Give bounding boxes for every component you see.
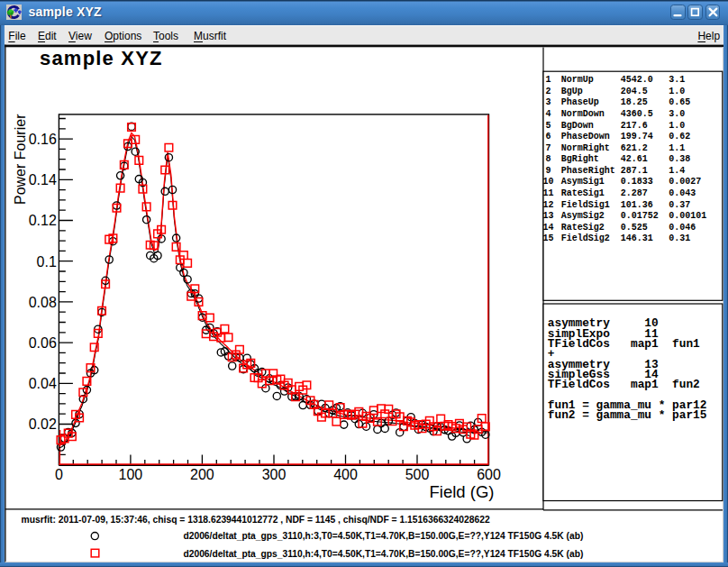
svg-text:PhaseDown: PhaseDown xyxy=(561,132,610,142)
svg-text:0.0027: 0.0027 xyxy=(669,177,701,187)
svg-text:0.02: 0.02 xyxy=(29,416,57,432)
svg-text:0.01752: 0.01752 xyxy=(621,211,659,221)
svg-text:0.12: 0.12 xyxy=(29,213,57,228)
svg-text:600: 600 xyxy=(477,467,501,482)
svg-text:RateSig2: RateSig2 xyxy=(561,223,605,233)
svg-text:2: 2 xyxy=(545,87,551,96)
svg-text:0: 0 xyxy=(55,467,63,482)
svg-text:NormDown: NormDown xyxy=(561,109,605,119)
svg-text:0.38: 0.38 xyxy=(669,154,690,164)
svg-text:15: 15 xyxy=(542,233,553,243)
svg-text:BgUp: BgUp xyxy=(561,87,583,96)
svg-text:204.5: 204.5 xyxy=(621,87,648,96)
svg-text:1.0: 1.0 xyxy=(669,121,685,131)
svg-text:AsymSig1: AsymSig1 xyxy=(561,177,605,187)
svg-text:300: 300 xyxy=(262,467,287,482)
svg-text:287.1: 287.1 xyxy=(621,166,648,176)
svg-text:0.06: 0.06 xyxy=(29,335,57,351)
svg-text:0.31: 0.31 xyxy=(669,233,690,243)
svg-text:0.65: 0.65 xyxy=(669,97,690,107)
svg-text:NormUp: NormUp xyxy=(561,75,594,85)
svg-text:3: 3 xyxy=(545,97,551,107)
svg-text:146.31: 146.31 xyxy=(621,233,653,243)
svg-text:18.25: 18.25 xyxy=(621,97,648,107)
svg-text:101.36: 101.36 xyxy=(621,200,653,210)
svg-text:5: 5 xyxy=(545,121,551,131)
svg-text:0.14: 0.14 xyxy=(29,172,57,187)
svg-text:4360.5: 4360.5 xyxy=(621,109,653,119)
svg-text:14: 14 xyxy=(542,223,553,233)
svg-text:9: 9 xyxy=(545,166,551,176)
svg-text:200: 200 xyxy=(190,467,214,482)
svg-text:fun2 = gamma_mu * par15: fun2 = gamma_mu * par15 xyxy=(548,408,707,422)
svg-text:0.525: 0.525 xyxy=(621,223,648,233)
svg-text:7: 7 xyxy=(545,143,551,153)
svg-text:AsymSig2: AsymSig2 xyxy=(561,211,605,221)
svg-text:12: 12 xyxy=(542,200,553,210)
svg-text:0.1833: 0.1833 xyxy=(621,177,653,187)
svg-text:PhaseUp: PhaseUp xyxy=(561,97,599,107)
svg-text:0.62: 0.62 xyxy=(669,132,690,142)
svg-text:Power Fourier: Power Fourier xyxy=(13,114,28,205)
svg-text:0.1: 0.1 xyxy=(37,254,57,270)
svg-text:3.1: 3.1 xyxy=(669,75,685,85)
svg-text:BgRight: BgRight xyxy=(561,154,599,164)
svg-text:NormRight: NormRight xyxy=(561,143,610,153)
svg-text:RateSig1: RateSig1 xyxy=(561,188,605,198)
svg-text:1.4: 1.4 xyxy=(669,166,685,176)
svg-text:BgDown: BgDown xyxy=(561,121,594,131)
svg-text:FieldSig2: FieldSig2 xyxy=(561,233,610,243)
svg-text:13: 13 xyxy=(542,211,553,221)
svg-text:1.1: 1.1 xyxy=(669,143,685,153)
svg-text:FieldSig1: FieldSig1 xyxy=(561,200,610,210)
svg-text:musrfit: 2011-07-09, 15:37:46,: musrfit: 2011-07-09, 15:37:46, chisq = 1… xyxy=(22,515,490,525)
svg-text:11: 11 xyxy=(542,188,553,198)
svg-text:4: 4 xyxy=(545,109,551,119)
svg-text:3.0: 3.0 xyxy=(669,109,685,119)
svg-text:sample XYZ: sample XYZ xyxy=(40,47,163,69)
svg-text:PhaseRight: PhaseRight xyxy=(561,166,615,176)
svg-text:2.287: 2.287 xyxy=(621,188,648,198)
svg-text:4542.0: 4542.0 xyxy=(621,75,653,85)
svg-text:TFieldCos map1 fun1: TFieldCos map1 fun1 xyxy=(548,337,700,351)
svg-text:0.16: 0.16 xyxy=(29,132,57,147)
svg-text:d2006/deltat_pta_gps_3110,h:3,: d2006/deltat_pta_gps_3110,h:3,T0=4.50K,T… xyxy=(184,531,584,541)
svg-text:0.04: 0.04 xyxy=(29,376,57,391)
svg-text:0.37: 0.37 xyxy=(669,200,690,210)
svg-text:0.046: 0.046 xyxy=(669,223,696,233)
svg-text:8: 8 xyxy=(545,154,551,164)
svg-text:42.61: 42.61 xyxy=(621,154,648,164)
svg-text:0.08: 0.08 xyxy=(29,295,57,310)
svg-text:10: 10 xyxy=(542,177,553,187)
svg-text:199.74: 199.74 xyxy=(621,132,653,142)
svg-text:1: 1 xyxy=(545,75,551,85)
svg-text:0.043: 0.043 xyxy=(669,188,696,198)
svg-text:TFieldCos map1 fun2: TFieldCos map1 fun2 xyxy=(548,378,700,391)
svg-text:Field (G): Field (G) xyxy=(430,482,495,501)
svg-text:d2006/deltat_pta_gps_3110,h:4,: d2006/deltat_pta_gps_3110,h:4,T0=4.50K,T… xyxy=(184,549,584,559)
svg-text:217.6: 217.6 xyxy=(621,121,648,131)
svg-text:400: 400 xyxy=(333,467,358,482)
svg-text:100: 100 xyxy=(119,467,143,482)
svg-text:621.2: 621.2 xyxy=(621,143,648,153)
svg-text:500: 500 xyxy=(405,467,430,482)
svg-text:6: 6 xyxy=(545,132,551,142)
svg-text:1.0: 1.0 xyxy=(669,87,685,96)
svg-text:0.00101: 0.00101 xyxy=(669,211,706,221)
